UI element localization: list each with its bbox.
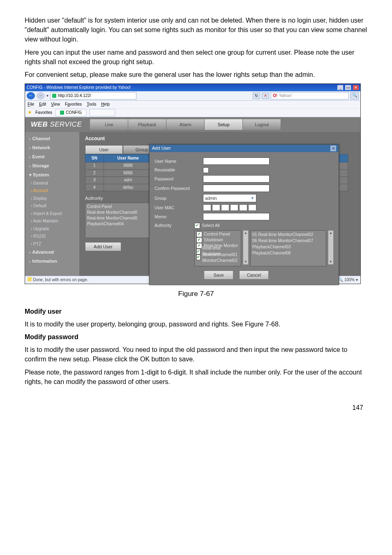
left-scrollbar[interactable]: ▲▼	[243, 230, 249, 265]
refresh-icon[interactable]: ↻	[253, 92, 260, 99]
nav-forward-button[interactable]: →	[37, 92, 45, 99]
address-bar: ← → ▾ http://10.10.4.122/ ↻ ✕ O! Yahoo! …	[25, 91, 360, 101]
label-password: Password	[154, 176, 200, 182]
minimize-icon[interactable]: _	[337, 85, 343, 90]
menu-tools[interactable]: Tools	[87, 102, 96, 108]
sidebar-sub-upgrade[interactable]: › Upgrade	[25, 225, 79, 233]
input-confirm-password[interactable]	[203, 185, 270, 192]
subtab-user[interactable]: User	[85, 145, 123, 154]
top-tab-setup[interactable]: Setup	[205, 119, 243, 130]
sidebar-item-event[interactable]: Event	[25, 153, 79, 162]
screenshot-container: CONFIG - Windows Internet Explorer provi…	[25, 83, 361, 284]
stop-icon[interactable]: ✕	[262, 92, 269, 99]
url-field[interactable]: http://10.10.4.122/	[50, 92, 136, 99]
zoom-control[interactable]: 🔍 100% ▾	[338, 277, 358, 283]
search-provider: Yahoo!	[279, 93, 292, 99]
dialog-title: Add User	[152, 145, 171, 152]
sidebar-item-network[interactable]: Network	[25, 143, 79, 153]
app-logo: WEB SERVICE	[31, 120, 82, 130]
app-header: WEB SERVICE Live Playback Alarm Setup Lo…	[25, 117, 360, 132]
sidebar-item-system[interactable]: ▾ System	[25, 171, 79, 180]
top-tab-alarm[interactable]: Alarm	[166, 119, 205, 130]
input-username[interactable]	[203, 157, 270, 165]
authority-left-list[interactable]: ✔Control Panel ✔Shutdown ✔Real-time Moni…	[194, 230, 241, 266]
dialog-title-bar: Add User ✕	[150, 145, 339, 152]
label-confirm: Confirm Password	[154, 185, 200, 192]
checkbox-reuseable[interactable]	[203, 167, 209, 173]
dialog-close-icon[interactable]: ✕	[330, 146, 336, 151]
nav-dropdown-icon[interactable]: ▾	[46, 93, 48, 99]
sidebar-item-advanced[interactable]: Advanced	[25, 248, 79, 257]
top-tab-playback[interactable]: Playback	[128, 119, 166, 130]
search-go-button[interactable]: 🔍	[350, 92, 359, 99]
heading-modify-user: Modify user	[25, 307, 367, 316]
label-reuseable: Reuseable	[154, 167, 200, 173]
sidebar-sub-auto-maintain[interactable]: › Auto Maintain	[25, 217, 79, 225]
label-usermac: User MAC	[154, 205, 200, 211]
paragraph-modify-user: It is to modify the user property, belon…	[25, 319, 367, 329]
right-scrollbar[interactable]: ▲▼	[328, 230, 334, 265]
add-user-button[interactable]: Add User	[85, 242, 121, 251]
site-icon	[52, 94, 56, 98]
top-tab-live[interactable]: Live	[90, 119, 128, 130]
close-icon[interactable]: ✕	[353, 85, 359, 90]
sidebar-sub-account[interactable]: › Account	[25, 187, 79, 195]
panel-title: Account	[85, 135, 355, 142]
intro-paragraph-1: Hidden user "default" is for system inte…	[25, 16, 367, 44]
input-memo[interactable]	[203, 213, 270, 220]
maximize-icon[interactable]: ▭	[345, 85, 351, 90]
top-tab-logout[interactable]: Logout	[243, 119, 281, 130]
intro-paragraph-2: Here you can input the user name and pas…	[25, 48, 367, 67]
url-text: http://10.10.4.122/	[58, 93, 91, 99]
menu-favorites[interactable]: Favorites	[65, 102, 82, 108]
label-authority: Authority	[154, 222, 191, 229]
window-title: CONFIG - Windows Internet Explorer provi…	[27, 85, 337, 91]
sidebar-item-storage[interactable]: Storage	[25, 162, 79, 171]
menu-view[interactable]: View	[51, 102, 60, 108]
sidebar-sub-ptz[interactable]: › PTZ	[25, 240, 79, 248]
web-content: WEB SERVICE Live Playback Alarm Setup Lo…	[25, 117, 360, 276]
search-field[interactable]: O! Yahoo!	[271, 92, 349, 99]
cancel-button[interactable]: Cancel	[239, 271, 269, 280]
sidebar-sub-display[interactable]: › Display	[25, 195, 79, 203]
new-tab-button[interactable]	[90, 109, 115, 116]
window-controls: _ ▭ ✕	[337, 85, 359, 91]
warning-icon	[28, 277, 32, 281]
label-memo: Memo	[154, 214, 200, 220]
sidebar-sub-rs232[interactable]: › RS232	[25, 233, 79, 240]
th-username: User Name	[104, 154, 152, 162]
sidebar-item-channel[interactable]: Channel	[25, 134, 79, 143]
sidebar-sub-import-export[interactable]: › Import & Export	[25, 210, 79, 218]
setup-sidebar: Channel Network Event Storage ▾ System ›…	[25, 132, 79, 276]
tab-label: CONFIG	[66, 110, 82, 116]
favorites-label[interactable]: Favorites	[35, 110, 52, 116]
sidebar-sub-default[interactable]: › Default	[25, 202, 79, 210]
paragraph-modify-password-2: Please note, the password ranges from 1-…	[25, 368, 367, 386]
menu-bar: File Edit View Favorites Tools Help	[25, 101, 360, 109]
menu-edit[interactable]: Edit	[39, 102, 46, 108]
menu-help[interactable]: Help	[101, 102, 110, 108]
sidebar-sub-general[interactable]: › General	[25, 180, 79, 187]
input-usermac[interactable]	[203, 204, 256, 211]
heading-modify-password: Modify password	[25, 332, 367, 342]
add-user-dialog: Add User ✕ User Name Reuseable	[149, 144, 339, 284]
sidebar-item-information[interactable]: Information	[25, 257, 79, 266]
select-group-value: admin	[205, 195, 217, 201]
figure-caption: Figure 7-67	[25, 289, 367, 299]
input-password[interactable]	[203, 175, 270, 183]
chevron-down-icon: ▼	[251, 196, 254, 201]
th-sn: SN	[85, 154, 104, 162]
paragraph-modify-password-1: It is to modify the user password. You n…	[25, 345, 367, 364]
content-panel: Account User Group SN User Name Group Na…	[79, 132, 360, 276]
browser-tab[interactable]: CONFIG	[55, 109, 86, 117]
label-username: User Name	[154, 158, 200, 164]
menu-file[interactable]: File	[28, 102, 34, 108]
favorites-star-icon[interactable]: ★	[28, 109, 32, 116]
status-text: Done, but with errors on page.	[33, 278, 88, 282]
save-button[interactable]: Save	[204, 271, 233, 280]
checkbox-select-all[interactable]: ✔	[194, 223, 200, 229]
nav-back-button[interactable]: ←	[27, 92, 35, 99]
page-number: 147	[25, 403, 367, 412]
authority-right-list[interactable]: 01 Real-time MonitorChannel02 06 Real-ti…	[250, 230, 326, 266]
select-group[interactable]: admin ▼	[203, 194, 256, 202]
